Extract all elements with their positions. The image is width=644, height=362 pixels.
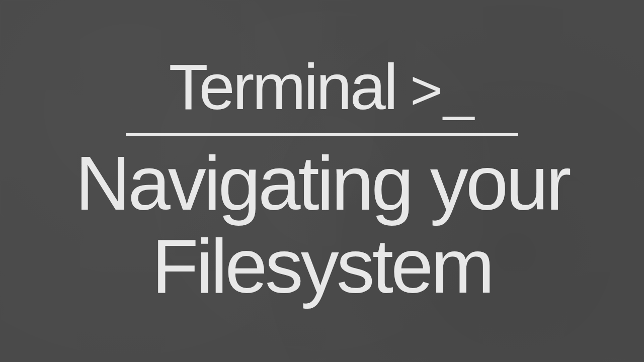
title-top-row: Terminal >_ (169, 55, 475, 119)
subtitle-line-2: Filesystem (75, 225, 569, 307)
horizontal-divider (126, 133, 518, 136)
title-main: Terminal (169, 55, 396, 119)
subtitle: Navigating your Filesystem (75, 142, 569, 307)
terminal-prompt-icon: >_ (410, 62, 475, 118)
title-card: Terminal >_ Navigating your Filesystem (0, 55, 644, 307)
subtitle-line-1: Navigating your (75, 142, 569, 224)
